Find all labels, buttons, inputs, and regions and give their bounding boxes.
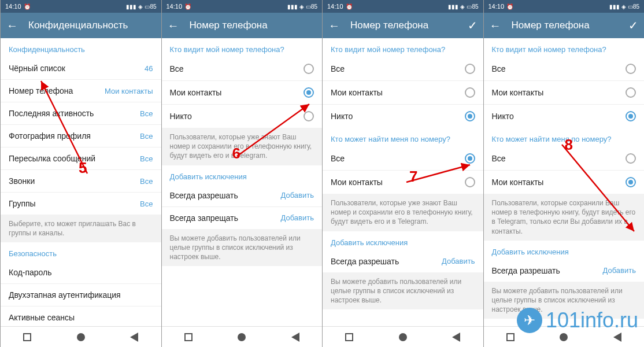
section-who-sees: Кто видит мой номер телефона? xyxy=(323,38,483,57)
radio-everybody[interactable]: Все xyxy=(484,57,645,81)
row-passcode[interactable]: Код-пароль xyxy=(1,261,161,284)
home-button[interactable] xyxy=(399,333,407,341)
status-bar: 14:10⏰ ▮▮▮◈▭85 xyxy=(1,0,161,13)
section-exceptions: Добавить исключения xyxy=(484,241,645,260)
row-always-allow[interactable]: Всегда разрешатьДобавить xyxy=(484,260,645,282)
row-always-deny[interactable]: Всегда запрещатьДобавить xyxy=(162,207,323,229)
radio-contacts[interactable]: Мои контакты xyxy=(484,81,645,105)
radio-everybody[interactable]: Все xyxy=(323,57,483,81)
back-nav-button[interactable] xyxy=(130,333,138,342)
wifi-icon: ◈ xyxy=(138,3,143,10)
home-button[interactable] xyxy=(77,333,85,341)
section-header-privacy: Конфиденциальность xyxy=(1,38,161,57)
back-nav-button[interactable] xyxy=(291,333,299,342)
radio-contacts[interactable]: Мои контакты xyxy=(162,81,323,105)
row-last-seen[interactable]: Последняя активностьВсе xyxy=(1,102,161,125)
hint-exceptions: Вы можете добавить пользователей или цел… xyxy=(323,272,483,310)
radio-find-contacts[interactable]: Мои контакты xyxy=(484,171,645,194)
radio-nobody[interactable]: Никто xyxy=(323,105,483,128)
recent-apps-button[interactable] xyxy=(23,333,31,341)
app-bar: ← Номер телефона ✓ xyxy=(323,13,483,38)
battery-icon: ▭85 xyxy=(145,3,156,10)
status-bar: 14:10⏰ ▮▮▮◈▭85 xyxy=(484,0,645,13)
confirm-button[interactable]: ✓ xyxy=(468,19,478,32)
back-button[interactable]: ← xyxy=(490,19,504,32)
hint-groups: Выберите, кто может приглашать Вас в гру… xyxy=(1,215,161,242)
radio-everybody[interactable]: Все xyxy=(162,57,323,81)
status-bar: 14:10⏰ ▮▮▮◈▭85 xyxy=(323,0,483,13)
recent-apps-button[interactable] xyxy=(345,333,353,341)
back-button[interactable]: ← xyxy=(168,19,182,32)
radio-icon xyxy=(304,87,314,98)
section-who-finds: Кто может найти меня по номеру? xyxy=(484,128,645,147)
status-bar: 14:10⏰ ▮▮▮◈▭85 xyxy=(162,0,323,13)
screen-phone-2: 14:10⏰ ▮▮▮◈▭85 ← Номер телефона ✓ Кто ви… xyxy=(322,0,483,347)
back-nav-button[interactable] xyxy=(613,333,621,342)
recent-apps-button[interactable] xyxy=(506,333,515,341)
screen-privacy: 14:10⏰ ▮▮▮◈▭85 ← Конфиденциальность Конф… xyxy=(0,0,161,347)
row-calls[interactable]: ЗвонкиВсе xyxy=(1,170,161,193)
page-title: Конфиденциальность xyxy=(28,20,128,31)
row-profile-photo[interactable]: Фотография профиляВсе xyxy=(1,125,161,147)
radio-find-everybody[interactable]: Все xyxy=(484,147,645,171)
home-button[interactable] xyxy=(238,333,246,341)
row-groups[interactable]: ГруппыВсе xyxy=(1,193,161,215)
section-who-sees: Кто видит мой номер телефона? xyxy=(162,38,323,57)
radio-nobody[interactable]: Никто xyxy=(162,105,323,128)
row-forwarding[interactable]: Пересылка сообщенийВсе xyxy=(1,147,161,170)
radio-nobody[interactable]: Никто xyxy=(484,105,645,128)
android-nav-bar xyxy=(323,326,483,347)
row-blacklist[interactable]: Чёрный список46 xyxy=(1,57,161,80)
hint-exceptions: Вы можете добавить пользователей или цел… xyxy=(162,229,323,267)
section-header-security: Безопасность xyxy=(1,242,161,261)
back-button[interactable]: ← xyxy=(328,19,342,32)
radio-find-everybody[interactable]: Все xyxy=(323,147,483,171)
android-nav-bar xyxy=(484,326,645,347)
alarm-icon: ⏰ xyxy=(24,3,31,10)
confirm-button[interactable]: ✓ xyxy=(628,19,638,32)
radio-icon xyxy=(304,111,314,121)
page-title: Номер телефона xyxy=(190,20,268,31)
section-exceptions: Добавить исключения xyxy=(323,231,483,250)
hint-find: Пользователи, которые сохранили Ваш номе… xyxy=(484,194,645,241)
row-always-allow[interactable]: Всегда разрешатьДобавить xyxy=(162,184,323,207)
screen-phone-1: 14:10⏰ ▮▮▮◈▭85 ← Номер телефона Кто види… xyxy=(161,0,323,347)
hint-who: Пользователи, которые уже знают Ваш номе… xyxy=(162,128,323,165)
hint-exceptions: Вы можете добавить пользователей или цел… xyxy=(484,282,645,319)
signal-icon: ▮▮▮ xyxy=(126,3,136,10)
row-always-allow[interactable]: Всегда разрешатьДобавить xyxy=(323,250,483,272)
app-bar: ← Номер телефона xyxy=(162,13,323,38)
radio-find-contacts[interactable]: Мои контакты xyxy=(323,171,483,194)
section-who-sees: Кто видит мой номер телефона? xyxy=(484,38,645,57)
row-twofa[interactable]: Двухэтапная аутентификация xyxy=(1,284,161,307)
content: Конфиденциальность Чёрный список46 Номер… xyxy=(1,38,161,326)
android-nav-bar xyxy=(162,326,323,347)
app-bar: ← Номер телефона ✓ xyxy=(484,13,645,38)
screen-phone-3: 14:10⏰ ▮▮▮◈▭85 ← Номер телефона ✓ Кто ви… xyxy=(483,0,645,347)
radio-icon xyxy=(304,64,314,74)
recent-apps-button[interactable] xyxy=(184,333,193,341)
back-nav-button[interactable] xyxy=(452,333,460,342)
row-phone-number[interactable]: Номер телефонаМои контакты xyxy=(1,80,161,102)
back-button[interactable]: ← xyxy=(6,19,20,32)
home-button[interactable] xyxy=(560,333,568,341)
android-nav-bar xyxy=(1,326,161,347)
row-sessions[interactable]: Активные сеансы xyxy=(1,307,161,326)
app-bar: ← Конфиденциальность xyxy=(1,13,161,38)
page-title: Номер телефона xyxy=(512,20,590,31)
hint-find: Пользователи, которые уже знают Ваш номе… xyxy=(323,194,483,231)
radio-contacts[interactable]: Мои контакты xyxy=(323,81,483,105)
section-exceptions: Добавить исключения xyxy=(162,165,323,184)
section-who-finds: Кто может найти меня по номеру? xyxy=(323,128,483,147)
page-title: Номер телефона xyxy=(350,20,428,31)
